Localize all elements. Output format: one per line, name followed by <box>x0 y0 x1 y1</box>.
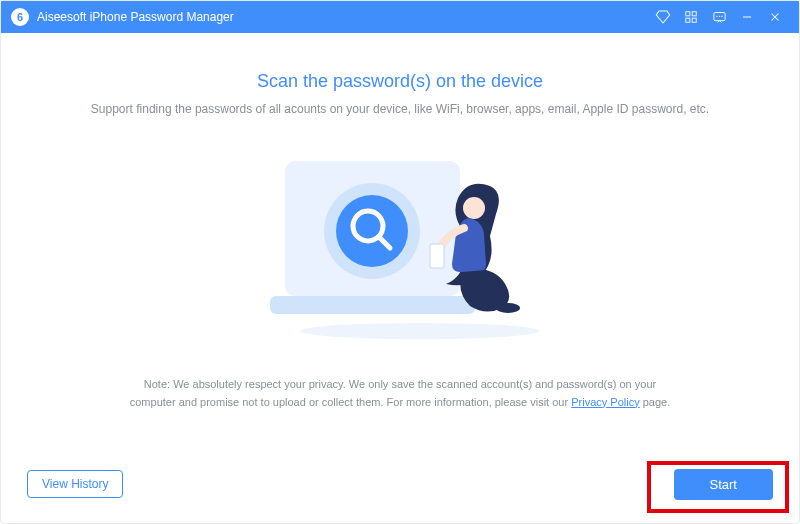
svg-rect-3 <box>692 18 696 22</box>
page-subtext: Support finding the passwords of all aco… <box>41 102 759 116</box>
svg-point-14 <box>336 195 408 267</box>
illustration <box>240 146 560 356</box>
svg-point-20 <box>496 303 520 313</box>
svg-rect-19 <box>430 244 444 268</box>
svg-rect-2 <box>686 18 690 22</box>
svg-rect-1 <box>692 12 696 16</box>
svg-point-18 <box>463 197 485 219</box>
note-suffix: page. <box>640 396 671 408</box>
app-logo-glyph: 6 <box>17 11 23 23</box>
privacy-note: Note: We absolutely respect your privacy… <box>120 376 680 411</box>
svg-point-6 <box>719 15 720 16</box>
view-history-button[interactable]: View History <box>27 470 123 498</box>
app-logo-icon: 6 <box>11 8 29 26</box>
feedback-icon[interactable] <box>705 1 733 33</box>
diamond-icon[interactable] <box>649 1 677 33</box>
privacy-policy-link[interactable]: Privacy Policy <box>571 396 639 408</box>
svg-rect-12 <box>270 296 475 314</box>
titlebar: 6 Aiseesoft iPhone Password Manager <box>1 1 799 33</box>
minimize-button[interactable] <box>733 1 761 33</box>
page-heading: Scan the password(s) on the device <box>41 71 759 92</box>
app-window: 6 Aiseesoft iPhone Password Manager Scan… <box>0 0 800 524</box>
svg-rect-0 <box>686 12 690 16</box>
svg-point-5 <box>716 15 717 16</box>
grid-icon[interactable] <box>677 1 705 33</box>
app-title: Aiseesoft iPhone Password Manager <box>37 10 234 24</box>
svg-point-7 <box>721 15 722 16</box>
main-content: Scan the password(s) on the device Suppo… <box>1 33 799 463</box>
start-button[interactable]: Start <box>674 469 773 500</box>
close-button[interactable] <box>761 1 789 33</box>
footer: View History Start <box>1 463 799 523</box>
svg-point-17 <box>300 323 540 339</box>
